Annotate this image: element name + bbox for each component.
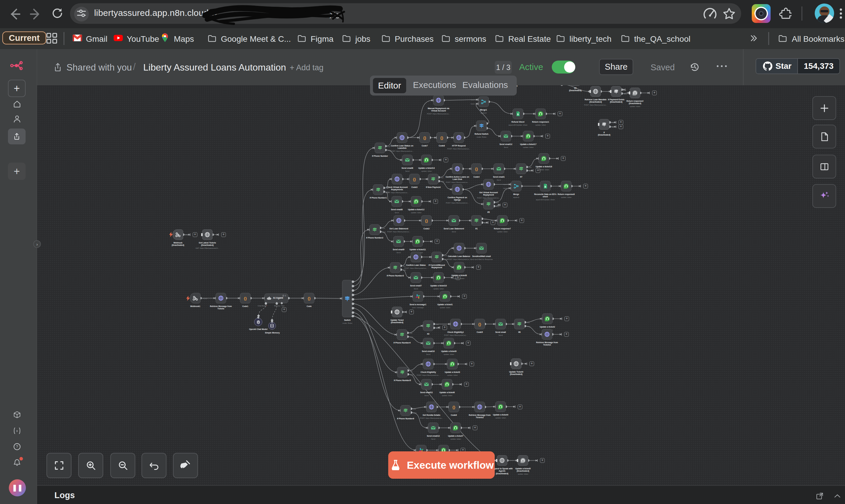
svg-text:?: ? bbox=[16, 444, 18, 449]
svg-text:{}: {} bbox=[244, 296, 247, 301]
svg-text:true: true bbox=[436, 323, 438, 325]
svg-text:{}: {} bbox=[413, 177, 416, 181]
svg-text:true: true bbox=[413, 408, 416, 410]
svg-text:POST: POST bbox=[203, 297, 208, 299]
svg-text:true: true bbox=[624, 89, 627, 91]
svg-text:false: false bbox=[611, 126, 615, 128]
svg-text:{}: {} bbox=[478, 322, 481, 326]
svg-text:true: true bbox=[496, 202, 499, 203]
svg-text:x: x bbox=[16, 429, 18, 433]
svg-text:false: false bbox=[496, 205, 499, 207]
svg-text:{}: {} bbox=[423, 136, 426, 140]
svg-text:{}: {} bbox=[308, 296, 310, 301]
svg-text:5: 5 bbox=[285, 295, 286, 297]
svg-text:{}: {} bbox=[452, 405, 455, 409]
svg-text:{}: {} bbox=[425, 218, 428, 223]
svg-text:{}: {} bbox=[440, 136, 443, 140]
svg-text:false: false bbox=[484, 222, 487, 224]
svg-text:false: false bbox=[409, 336, 413, 338]
svg-text:POST: POST bbox=[185, 234, 190, 236]
svg-text:true: true bbox=[484, 218, 487, 220]
svg-text:false: false bbox=[413, 412, 416, 414]
svg-text:{}: {} bbox=[475, 167, 478, 171]
svg-text:false: false bbox=[436, 327, 439, 329]
svg-text:true: true bbox=[527, 322, 530, 323]
svg-text:false: false bbox=[624, 93, 627, 95]
svg-text:true: true bbox=[611, 122, 614, 124]
